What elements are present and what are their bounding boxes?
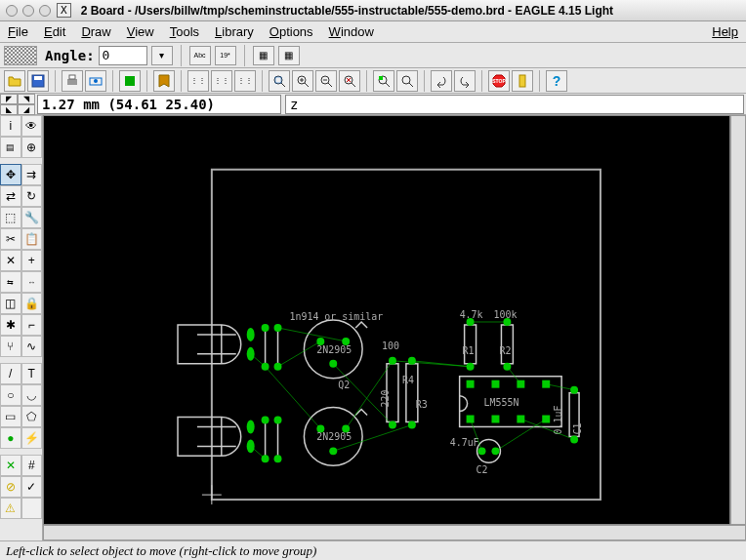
board-button[interactable] xyxy=(119,70,141,92)
add-tool[interactable]: + xyxy=(21,250,43,271)
traffic-min-icon[interactable] xyxy=(22,5,34,17)
menu-options[interactable]: Options xyxy=(269,24,313,39)
svg-point-30 xyxy=(274,363,282,371)
diode-note: 1n914 or similar xyxy=(289,311,383,322)
rect-tool[interactable]: ▭ xyxy=(0,406,21,427)
ulp3-button[interactable]: ⋮⋮ xyxy=(234,70,256,92)
lock-tool[interactable]: 🔒 xyxy=(21,293,43,314)
zoom-select-button[interactable] xyxy=(373,70,394,92)
menu-view[interactable]: View xyxy=(127,24,154,39)
miter-tool[interactable]: ⌐ xyxy=(21,314,43,336)
mark-tool[interactable]: ⊕ xyxy=(21,137,43,158)
grid-pattern-icon[interactable] xyxy=(4,46,37,65)
delete-tool[interactable]: ✕ xyxy=(0,250,21,271)
circle-tool[interactable]: ○ xyxy=(0,384,21,406)
menu-file[interactable]: File xyxy=(8,24,28,39)
svg-rect-44 xyxy=(406,364,418,422)
change-tool[interactable]: 🔧 xyxy=(21,207,43,228)
ulp1-button[interactable]: ⋮⋮ xyxy=(187,70,209,92)
split-tool[interactable]: ⑂ xyxy=(0,336,21,357)
menu-help[interactable]: Help xyxy=(712,24,738,39)
c1-val: 0.1uF xyxy=(553,406,563,435)
go-button[interactable] xyxy=(512,70,533,92)
menu-draw[interactable]: Draw xyxy=(81,24,110,39)
toolbar-params: Angle: ▾ Abc 19* ▦ ▦ xyxy=(0,43,746,68)
auto-tool[interactable]: # xyxy=(21,455,43,476)
script-button[interactable] xyxy=(153,70,175,92)
route-tool[interactable]: / xyxy=(0,363,21,384)
svg-point-27 xyxy=(262,324,269,332)
r1-label: R1 xyxy=(463,345,475,356)
optimize-tool[interactable]: ∿ xyxy=(21,336,43,357)
menu-window[interactable]: Window xyxy=(329,24,374,39)
r3-val: 220 xyxy=(380,390,391,408)
value-toggle-icon[interactable]: 19* xyxy=(215,46,236,65)
angle-input[interactable] xyxy=(99,46,147,65)
show-tool[interactable]: 👁 xyxy=(21,115,43,137)
smash-tool[interactable]: ✱ xyxy=(0,314,21,336)
zoom-out-button[interactable] xyxy=(315,70,337,92)
print-button[interactable] xyxy=(62,70,83,92)
copy-tool[interactable]: ⇉ xyxy=(21,164,43,185)
stop-button[interactable]: STOP xyxy=(488,70,510,92)
save-button[interactable] xyxy=(27,70,49,92)
ratsnest-tool[interactable]: ✕ xyxy=(0,455,21,476)
replace-tool[interactable]: ↔ xyxy=(21,271,43,293)
c2-val: 4.7uF xyxy=(450,437,479,448)
svg-rect-56 xyxy=(467,380,475,388)
angle-dropdown-icon[interactable]: ▾ xyxy=(151,46,173,65)
redo-button[interactable] xyxy=(454,70,476,92)
info-tool[interactable]: i xyxy=(0,115,21,137)
svg-rect-61 xyxy=(491,416,499,423)
board-canvas[interactable]: 2N2905 2N2905 Q2 1n914 or similar R4 100… xyxy=(43,115,730,525)
open-button[interactable] xyxy=(4,70,25,92)
traffic-close-icon[interactable] xyxy=(6,5,18,17)
c1-label: C1 xyxy=(572,422,583,434)
toolbar-main: ⋮⋮ ⋮⋮ ⋮⋮ STOP ? xyxy=(0,68,746,94)
layers-tool[interactable]: ▤ xyxy=(0,137,21,158)
drc-tool[interactable]: ✓ xyxy=(21,476,43,498)
grid2-icon[interactable]: ▦ xyxy=(278,46,300,65)
text-tool[interactable]: T xyxy=(21,363,43,384)
horizontal-scrollbar[interactable] xyxy=(43,525,746,540)
grid1-icon[interactable]: ▦ xyxy=(253,46,274,65)
ulp2-button[interactable]: ⋮⋮ xyxy=(211,70,232,92)
menu-edit[interactable]: Edit xyxy=(44,24,65,39)
undo-button[interactable] xyxy=(431,70,452,92)
gate-tool[interactable]: ◫ xyxy=(0,293,21,314)
zoom-fit-button[interactable] xyxy=(269,70,290,92)
zoom-in-button[interactable] xyxy=(292,70,313,92)
command-input[interactable] xyxy=(285,95,744,114)
svg-rect-58 xyxy=(517,380,524,388)
mirror-tool[interactable]: ⇄ xyxy=(0,185,21,207)
help-button[interactable]: ? xyxy=(546,70,567,92)
svg-point-33 xyxy=(274,417,282,424)
via-tool[interactable]: ● xyxy=(0,427,21,449)
paste-tool[interactable]: 📋 xyxy=(21,228,43,250)
zoom-redraw-button[interactable] xyxy=(339,70,360,92)
vertical-scrollbar[interactable] xyxy=(730,115,746,525)
name-toggle-icon[interactable]: Abc xyxy=(189,46,211,65)
cam-button[interactable] xyxy=(85,70,106,92)
move-tool[interactable]: ✥ xyxy=(0,164,21,185)
errors-tool[interactable]: ⚠ xyxy=(0,498,21,519)
arc-tool[interactable]: ◡ xyxy=(21,384,43,406)
svg-point-20 xyxy=(247,347,255,361)
signal-tool[interactable]: ⚡ xyxy=(21,427,43,449)
erc-tool[interactable]: ⊘ xyxy=(0,476,21,498)
poly-tool[interactable]: ⬠ xyxy=(21,406,43,427)
zoom-prev-button[interactable] xyxy=(396,70,418,92)
nav-arrows[interactable]: ◤◥ ◣◢ xyxy=(0,94,35,114)
pinswap-tool[interactable]: ⇆ xyxy=(0,271,21,293)
window-titlebar: X 2 Board - /Users/billw/tmp/scheminstru… xyxy=(0,0,746,21)
svg-rect-57 xyxy=(491,380,499,388)
rotate-tool[interactable]: ↻ xyxy=(21,185,43,207)
q2-label: Q2 xyxy=(338,380,350,390)
cut-tool[interactable]: ✂ xyxy=(0,228,21,250)
traffic-zoom-icon[interactable] xyxy=(39,5,51,17)
menu-tools[interactable]: Tools xyxy=(170,24,199,39)
svg-rect-8 xyxy=(275,77,281,83)
group-tool[interactable]: ⬚ xyxy=(0,207,21,228)
svg-text:STOP: STOP xyxy=(492,78,506,84)
menu-library[interactable]: Library xyxy=(215,24,254,39)
